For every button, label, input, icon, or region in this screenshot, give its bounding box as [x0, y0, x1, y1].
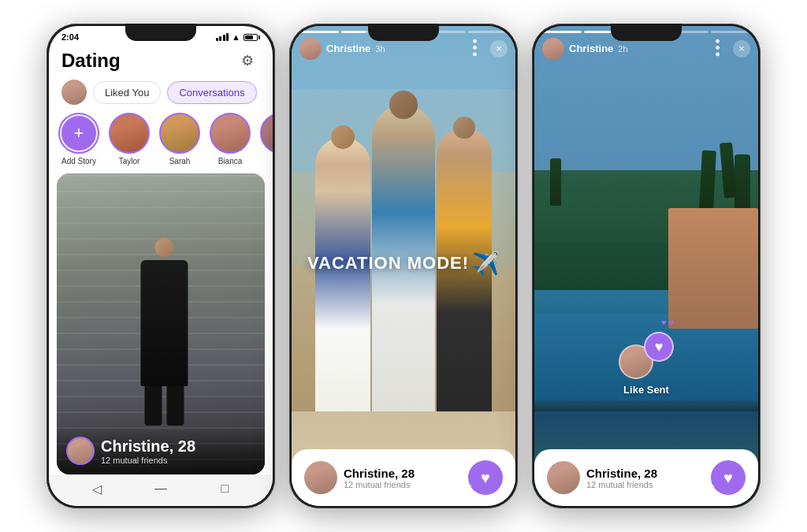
story-view-2: Christine 3h ••• × VACATION MODE! ✈️ — [292, 26, 515, 506]
story-user-info-3: Christine 2h — [542, 38, 628, 60]
dating-title: Dating — [61, 50, 121, 72]
story-add[interactable]: + Add Story — [58, 113, 99, 166]
settings-button[interactable]: ⚙ — [235, 48, 260, 73]
wifi-icon-1: ▲ — [232, 32, 240, 42]
phone-1: 2:04 ▲ Dating — [46, 24, 275, 508]
bottom-nav-1: ◁ — □ — [49, 474, 273, 506]
pb3-5 — [711, 31, 750, 33]
home-button-1[interactable]: — — [153, 481, 169, 497]
battery-icon-1 — [244, 34, 260, 41]
notch-1 — [125, 24, 196, 41]
resort-building — [668, 208, 758, 328]
profile-mini-avatar — [66, 437, 95, 465]
story-sarah[interactable]: Sarah — [159, 113, 200, 166]
like-sent-heart-icon: ♥ — [644, 332, 674, 362]
story-user-info-2: Christine 3h — [299, 38, 385, 60]
story-username-2: Christine — [326, 43, 370, 54]
back-button-1[interactable]: ◁ — [89, 481, 105, 497]
recents-button-3[interactable]: □ — [702, 481, 718, 497]
tabs-row: Liked You Conversations — [49, 80, 273, 113]
user-avatar-tab[interactable] — [61, 80, 87, 105]
phone-2: Christine 3h ••• × VACATION MODE! ✈️ — [289, 24, 518, 508]
progress-bar-5 — [468, 31, 508, 33]
like-sent-avatars: ♥ ♥ ♥ — [619, 332, 674, 379]
close-icon-2: × — [496, 43, 502, 54]
story-bianca[interactable]: Bianca — [210, 113, 251, 166]
close-button-2[interactable]: × — [490, 40, 508, 58]
add-story-label: Add Story — [61, 157, 96, 166]
tab-conversations[interactable]: Conversations — [167, 81, 256, 104]
plane-emoji: ✈️ — [472, 251, 500, 277]
dots-menu-2[interactable]: ••• — [466, 39, 482, 58]
progress-bar-1 — [299, 31, 339, 33]
status-icons-1: ▲ — [216, 32, 260, 42]
pb3-1 — [542, 31, 582, 33]
story-user-avatar-3 — [542, 38, 564, 60]
story-avatar-sarah — [159, 113, 200, 154]
add-story-avatar: + — [58, 113, 99, 154]
hearts-deco: ♥ ♥ — [661, 318, 674, 327]
profile-card[interactable]: Christine, 28 12 mutual friends — [57, 173, 265, 474]
profile-name: Christine, 28 — [101, 437, 195, 456]
bottom-nav-2: ◁ — □ — [292, 474, 515, 506]
dots-menu-3[interactable]: ••• — [708, 39, 725, 58]
story-name-bianca: Bianca — [218, 157, 243, 166]
notch-2 — [368, 24, 439, 41]
close-button-3[interactable]: × — [733, 40, 750, 58]
back-button-3[interactable]: ◁ — [575, 481, 590, 497]
story-username-3: Christine — [569, 43, 613, 54]
story-actions-2: ••• × — [464, 40, 508, 58]
profile-info-row: Christine, 28 12 mutual friends — [66, 437, 255, 465]
story-bg-3 — [534, 26, 758, 506]
notch-3 — [611, 24, 682, 41]
profile-mutual: 12 mutual friends — [101, 456, 195, 465]
plus-icon: + — [61, 116, 96, 151]
tree-3 — [699, 150, 716, 210]
recents-button-2[interactable]: □ — [459, 481, 475, 497]
vacation-text-row: VACATION MODE! ✈️ — [307, 251, 500, 277]
story-sp[interactable]: Sp... — [260, 113, 273, 166]
bottom-nav-3: ◁ — □ — [534, 474, 758, 506]
stories-row: + Add Story Taylor Sarah Bianca — [49, 113, 273, 173]
close-icon-3: × — [738, 43, 745, 54]
phone-3: Christine 2h ••• × ♥ ♥ — [532, 24, 761, 508]
vacation-text: VACATION MODE! — [307, 253, 469, 273]
story-time-3: 2h — [618, 44, 627, 54]
signal-icon-1 — [216, 33, 229, 41]
story-avatar-taylor — [109, 113, 150, 154]
pool-bottom — [534, 400, 758, 411]
back-button-2[interactable]: ◁ — [332, 481, 348, 497]
story-time-2: 3h — [375, 44, 385, 54]
story-user-avatar-2 — [299, 38, 322, 60]
story-avatar-sp — [260, 113, 273, 154]
profile-card-overlay: Christine, 28 12 mutual friends — [57, 426, 265, 474]
story-actions-3: ••• × — [707, 40, 750, 58]
tree-4 — [550, 158, 561, 206]
time-1: 2:04 — [61, 32, 79, 42]
like-sent-label: Like Sent — [623, 384, 669, 396]
like-sent-overlay: ♥ ♥ ♥ Like Sent — [619, 332, 674, 396]
home-button-2[interactable]: — — [396, 481, 411, 497]
vacation-overlay: VACATION MODE! ✈️ — [307, 251, 500, 277]
story-name-taylor: Taylor — [119, 157, 140, 166]
tab-liked-you[interactable]: Liked You — [93, 81, 161, 104]
heart-symbol: ♥ — [655, 339, 664, 355]
home-button-3[interactable]: — — [638, 481, 654, 497]
phone1-content: Dating ⚙ Liked You Conversations + Add S… — [49, 45, 273, 474]
profile-text: Christine, 28 12 mutual friends — [101, 437, 195, 465]
recents-button-1[interactable]: □ — [217, 481, 232, 497]
dating-header: Dating ⚙ — [49, 45, 273, 80]
story-avatar-bianca — [210, 113, 251, 154]
profile-figure — [129, 238, 200, 419]
story-taylor[interactable]: Taylor — [109, 113, 150, 166]
story-name-sarah: Sarah — [169, 157, 191, 166]
story-view-3: Christine 2h ••• × ♥ ♥ — [534, 26, 758, 506]
